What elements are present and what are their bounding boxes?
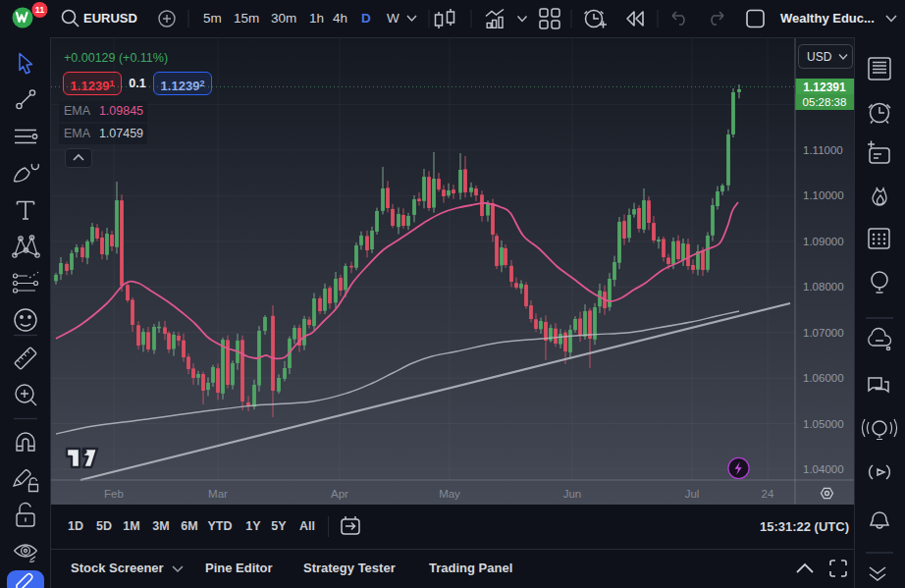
svg-text:1.04000: 1.04000 — [803, 463, 844, 475]
svg-text:Apr: Apr — [331, 488, 348, 500]
svg-text:Mar: Mar — [208, 488, 228, 500]
svg-text:1.07000: 1.07000 — [803, 327, 844, 339]
svg-text:1.12391: 1.12391 — [803, 80, 846, 94]
svg-text:USD: USD — [807, 50, 832, 64]
svg-text:Jun: Jun — [563, 488, 582, 500]
svg-text:1.05000: 1.05000 — [803, 418, 844, 430]
svg-text:1.09000: 1.09000 — [803, 236, 844, 247]
svg-text:1.08000: 1.08000 — [803, 281, 844, 293]
svg-text:24: 24 — [762, 488, 774, 500]
svg-text:1.11000: 1.11000 — [803, 144, 843, 156]
svg-text:May: May — [439, 488, 460, 500]
svg-text:Jul: Jul — [685, 488, 700, 500]
svg-text:Feb: Feb — [104, 488, 124, 500]
svg-text:05:28:38: 05:28:38 — [803, 96, 847, 108]
svg-text:11: 11 — [35, 5, 45, 15]
svg-text:1.10000: 1.10000 — [803, 189, 844, 201]
svg-text:1.06000: 1.06000 — [803, 372, 844, 384]
